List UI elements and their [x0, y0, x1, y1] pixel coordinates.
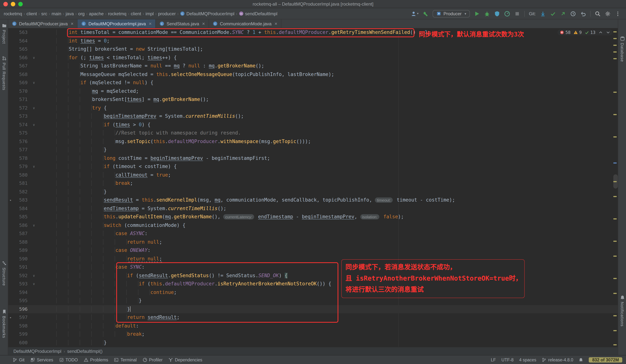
code-line[interactable]: ▸597 return sendResult; [8, 313, 618, 322]
code-text[interactable]: String lastBrokerName = null == mq ? nul… [45, 62, 618, 70]
gutter[interactable]: 577 [8, 146, 45, 154]
breadcrumb-item-main[interactable]: main [52, 11, 61, 16]
breadcrumb-item-producer[interactable]: producer [158, 11, 176, 16]
gutter[interactable]: 590 [8, 255, 45, 263]
code-line[interactable]: 570 mq = mqSelected; [8, 87, 618, 95]
code-text[interactable]: if (this.defaultMQProducer.isRetryAnothe… [45, 280, 618, 288]
code-line[interactable]: 586∨ switch (communicationMode) { [8, 221, 618, 229]
history-icon[interactable] [570, 11, 576, 17]
breadcrumb-item-rocketmq[interactable]: rocketmq [4, 11, 22, 16]
gutter[interactable]: 587 [8, 229, 45, 238]
line-number[interactable]: 585 [8, 213, 28, 221]
code-text[interactable]: default: [45, 322, 618, 330]
gutter[interactable]: 582 [8, 188, 45, 196]
line-number[interactable]: 600 [8, 338, 28, 347]
editor-tab[interactable]: CDefaultMQProducer.java× [8, 19, 78, 28]
code-line[interactable]: 585 this.updateFaultItem(mq.getBrokerNam… [8, 213, 618, 221]
line-number[interactable]: 569 [8, 79, 28, 87]
line-number[interactable]: 564 [8, 37, 28, 45]
gutter[interactable]: 570 [8, 87, 45, 95]
gutter[interactable]: 585 [8, 213, 45, 221]
gutter[interactable]: 566∨ [8, 53, 45, 62]
code-line[interactable]: 599 break; [8, 330, 618, 338]
code-text[interactable]: } [45, 296, 618, 305]
code-line[interactable]: 579∨ if (timeout < costTime) { [8, 162, 618, 171]
commit-icon[interactable] [550, 11, 556, 17]
code-line[interactable]: ▸583 sendResult = this.sendKernelImpl(ms… [8, 196, 618, 204]
warning-badge[interactable]: 9 [573, 30, 582, 35]
run-config-selector[interactable]: Producer▾ [433, 10, 470, 17]
breadcrumb-item-src[interactable]: src [41, 11, 47, 16]
code-text[interactable]: continue; [45, 288, 618, 296]
gutter[interactable]: 589 [8, 246, 45, 255]
code-text[interactable]: return sendResult; [45, 313, 618, 322]
code-line[interactable]: 572∨ try { [8, 104, 618, 112]
code-text[interactable]: sendResult = this.sendKernelImpl(msg, mq… [45, 196, 618, 204]
close-tab-icon[interactable]: × [149, 21, 152, 26]
breadcrumb-item-java[interactable]: java [66, 11, 74, 16]
fold-arrow-icon[interactable]: ∨ [28, 162, 40, 171]
fold-arrow-icon[interactable]: ∨ [28, 221, 40, 229]
code-line[interactable]: 569∨ if (mqSelected != null) { [8, 79, 618, 87]
debug-icon[interactable] [484, 11, 490, 17]
code-text[interactable]: } [45, 188, 618, 196]
toolwindow-notifications[interactable]: Notifications [618, 295, 626, 327]
toolwindow-project[interactable]: Project [0, 23, 8, 44]
code-text[interactable]: int timesTotal = communicationMode == Co… [45, 28, 618, 37]
code-line[interactable]: 571 brokersSent[times] = mq.getBrokerNam… [8, 95, 618, 104]
editor-tab[interactable]: CSendStatus.java× [156, 19, 209, 28]
code-text[interactable]: beginTimestampPrev = System.currentTimeM… [45, 112, 618, 120]
gutter[interactable]: 600 [8, 338, 45, 347]
code-text[interactable]: if (times > 0) { [45, 120, 618, 129]
code-line[interactable]: 598 default: [8, 322, 618, 330]
code-text[interactable]: this.updateFaultItem(mq.getBrokerName(),… [45, 213, 618, 221]
line-number[interactable]: 587 [8, 229, 28, 238]
profiler-icon[interactable] [504, 11, 510, 17]
error-badge[interactable]: 58 [560, 30, 571, 35]
toolwindow-database[interactable]: Database [618, 36, 626, 62]
statusbar-lf[interactable]: LF [491, 358, 496, 362]
code-line[interactable]: 591 case SYNC: [8, 263, 618, 271]
breadcrumb-item[interactable]: sendDefaultImpl() [67, 349, 102, 354]
inspections-widget[interactable]: 58913 [558, 30, 613, 36]
gutter[interactable]: 592∨ [8, 271, 45, 280]
statusbar-todo[interactable]: TODO [59, 358, 78, 362]
editor-area[interactable]: 563 int timesTotal = communicationMode =… [8, 28, 618, 347]
fold-arrow-icon[interactable]: ∨ [28, 104, 40, 112]
line-number[interactable]: 588 [8, 238, 28, 246]
gutter[interactable]: 576 [8, 137, 45, 146]
code-line[interactable]: 563 int timesTotal = communicationMode =… [8, 28, 618, 37]
coverage-icon[interactable] [494, 11, 500, 17]
code-text[interactable]: String[] brokersSent = new String[timesT… [45, 45, 618, 53]
line-number[interactable]: 574 [8, 120, 28, 129]
code-line[interactable]: 576 msg.setTopic(this.defaultMQProducer.… [8, 137, 618, 146]
breadcrumb-item-apache[interactable]: apache [89, 11, 104, 16]
code-text[interactable]: if (timeout < costTime) { [45, 162, 618, 171]
gutter[interactable]: 578 [8, 154, 45, 162]
line-number[interactable]: 565 [8, 45, 28, 53]
fold-arrow-icon[interactable]: ∨ [28, 79, 40, 87]
code-line[interactable]: 595 } [8, 296, 618, 305]
line-number[interactable]: 572 [8, 104, 28, 112]
editor-tab[interactable]: CCommunicationMode.java× [209, 19, 281, 28]
code-line[interactable]: 580 callTimeout = true; [8, 171, 618, 179]
breadcrumb-item-org[interactable]: org [78, 11, 85, 16]
more-actions-icon[interactable] [615, 11, 621, 17]
code-line[interactable]: 596 } [8, 305, 618, 313]
statusbar-services[interactable]: Services [30, 358, 53, 362]
line-number[interactable]: 568 [8, 70, 28, 79]
line-number[interactable]: 590 [8, 255, 28, 263]
gutter[interactable]: 569∨ [8, 79, 45, 87]
statusbar-4-spaces[interactable]: 4 spaces [519, 358, 536, 362]
statusbar-problems[interactable]: Problems [84, 358, 108, 362]
gutter[interactable]: 586∨ [8, 221, 45, 229]
code-text[interactable]: MessageQueue mqSelected = this.selectOne… [45, 70, 618, 79]
statusbar-dependencies[interactable]: Dependencies [169, 358, 202, 362]
code-line[interactable]: 600 } [8, 338, 618, 347]
code-text[interactable]: mq = mqSelected; [45, 87, 618, 95]
line-number[interactable]: 578 [8, 154, 28, 162]
toolwindow-bookmarks[interactable]: Bookmarks [0, 309, 8, 338]
code-text[interactable]: try { [45, 104, 618, 112]
gutter[interactable]: 593∨ [8, 280, 45, 288]
code-line[interactable]: 584 endTimestamp = System.currentTimeMil… [8, 204, 618, 213]
